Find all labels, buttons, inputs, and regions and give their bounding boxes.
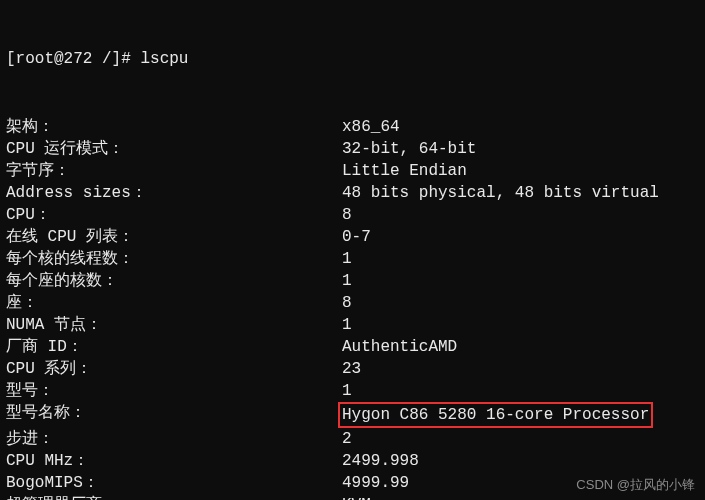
- info-row: Address sizes：48 bits physical, 48 bits …: [6, 182, 699, 204]
- info-row: 型号：1: [6, 380, 699, 402]
- info-label: 在线 CPU 列表：: [6, 226, 342, 248]
- info-value: 1: [342, 314, 699, 336]
- info-row: CPU MHz：2499.998: [6, 450, 699, 472]
- info-value: x86_64: [342, 116, 699, 138]
- info-value: 2499.998: [342, 450, 699, 472]
- info-value: 2: [342, 428, 699, 450]
- info-row: 架构：x86_64: [6, 116, 699, 138]
- info-label: CPU 系列：: [6, 358, 342, 380]
- info-label: 型号名称：: [6, 402, 342, 428]
- model-name-highlight: Hygon C86 5280 16-core Processor: [338, 402, 653, 428]
- info-value: 48 bits physical, 48 bits virtual: [342, 182, 699, 204]
- info-label: 字节序：: [6, 160, 342, 182]
- info-label: 步进：: [6, 428, 342, 450]
- info-value: 8: [342, 204, 699, 226]
- info-label: BogoMIPS：: [6, 472, 342, 494]
- info-row: 在线 CPU 列表：0-7: [6, 226, 699, 248]
- info-label: 厂商 ID：: [6, 336, 342, 358]
- info-row: CPU 系列：23: [6, 358, 699, 380]
- info-value: 23: [342, 358, 699, 380]
- info-row: 步进：2: [6, 428, 699, 450]
- watermark: CSDN @拉风的小锋: [576, 476, 695, 494]
- info-label: CPU MHz：: [6, 450, 342, 472]
- info-value: 0-7: [342, 226, 699, 248]
- info-value: AuthenticAMD: [342, 336, 699, 358]
- info-label: Address sizes：: [6, 182, 342, 204]
- info-row: 每个核的线程数：1: [6, 248, 699, 270]
- info-label: CPU 运行模式：: [6, 138, 342, 160]
- info-value: KVM: [342, 494, 699, 500]
- info-value: 8: [342, 292, 699, 314]
- info-row: 型号名称：Hygon C86 5280 16-core Processor: [6, 402, 699, 428]
- info-value: 1: [342, 248, 699, 270]
- info-row: 每个座的核数：1: [6, 270, 699, 292]
- info-row: 厂商 ID：AuthenticAMD: [6, 336, 699, 358]
- info-label: 座：: [6, 292, 342, 314]
- info-row: 超管理器厂商：KVM: [6, 494, 699, 500]
- info-row: 字节序：Little Endian: [6, 160, 699, 182]
- info-label: 型号：: [6, 380, 342, 402]
- info-label: 每个座的核数：: [6, 270, 342, 292]
- info-value: 32-bit, 64-bit: [342, 138, 699, 160]
- info-row: 座：8: [6, 292, 699, 314]
- info-row: NUMA 节点：1: [6, 314, 699, 336]
- info-label: 每个核的线程数：: [6, 248, 342, 270]
- info-row: CPU：8: [6, 204, 699, 226]
- info-label: NUMA 节点：: [6, 314, 342, 336]
- info-label: 架构：: [6, 116, 342, 138]
- info-row: CPU 运行模式：32-bit, 64-bit: [6, 138, 699, 160]
- info-value: 1: [342, 380, 699, 402]
- info-value: Little Endian: [342, 160, 699, 182]
- info-value: 1: [342, 270, 699, 292]
- info-label: CPU：: [6, 204, 342, 226]
- terminal-output[interactable]: [root@272 /]# lscpu 架构：x86_64CPU 运行模式：32…: [0, 0, 705, 500]
- info-value: Hygon C86 5280 16-core Processor: [342, 402, 699, 428]
- command-prompt: [root@272 /]# lscpu: [6, 48, 699, 70]
- info-label: 超管理器厂商：: [6, 494, 342, 500]
